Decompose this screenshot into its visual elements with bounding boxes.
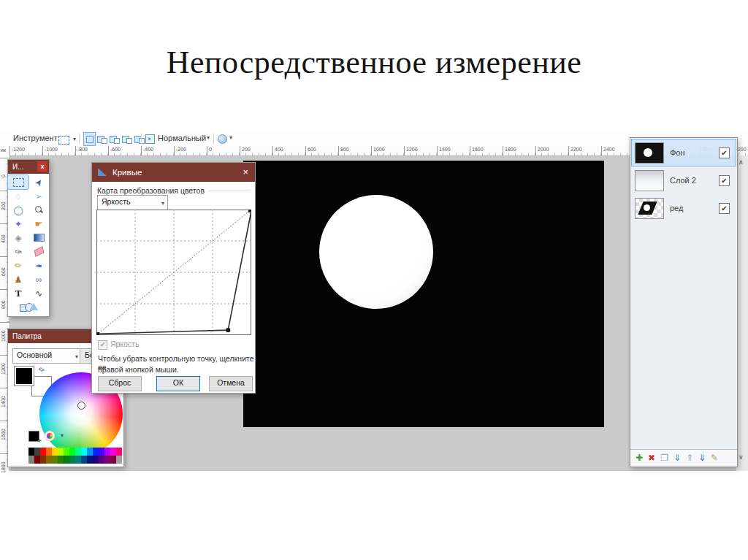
add-color-swatch[interactable]	[28, 431, 39, 442]
zoom-tool-icon	[34, 205, 44, 215]
tool-recolor[interactable]: ∞	[28, 272, 49, 286]
close-icon[interactable]: x	[37, 161, 47, 172]
selection-mode-replace[interactable]	[83, 132, 96, 146]
color-swatch[interactable]	[28, 448, 34, 456]
layer-row-Слой 2[interactable]: Слой 2✔	[632, 167, 736, 193]
color-swatch[interactable]	[87, 448, 93, 456]
layer-visible-checkbox[interactable]: ✔	[719, 175, 730, 186]
tool-magic-wand[interactable]: ✦	[8, 217, 28, 231]
primary-color-swatch[interactable]	[14, 366, 34, 386]
color-swatch[interactable]	[52, 448, 58, 456]
color-swatch[interactable]	[69, 448, 75, 456]
tool-ellipse-select[interactable]: ◯	[8, 203, 28, 217]
color-swatch[interactable]	[69, 456, 75, 464]
color-swatch[interactable]	[110, 448, 116, 456]
tool-clone-stamp[interactable]: ♟	[8, 272, 28, 286]
color-swatch[interactable]	[104, 456, 110, 464]
chevron-down-icon[interactable]: ▾	[61, 432, 64, 439]
blend-mode-dropdown[interactable]: Нормальный	[158, 134, 206, 142]
color-swatch[interactable]	[52, 456, 58, 464]
tool-text-tool[interactable]: T	[8, 286, 28, 300]
color-swatch[interactable]	[93, 448, 99, 456]
color-swatch[interactable]	[93, 456, 99, 464]
canvas[interactable]	[243, 161, 604, 427]
curve-control-point[interactable]	[96, 332, 99, 335]
swap-colors-icon[interactable]: ⇄	[37, 365, 46, 374]
curves-dialog-titlebar[interactable]: Кривые ×	[92, 163, 255, 182]
scroll-down-icon[interactable]: ∨	[739, 453, 744, 461]
h-ruler-tick: -600	[108, 146, 121, 156]
color-swatch[interactable]	[116, 456, 122, 464]
merge-down-button[interactable]: ⇓	[673, 450, 681, 467]
selection-mode-union[interactable]	[96, 132, 108, 146]
ok-button[interactable]: ОК	[156, 376, 200, 391]
color-swatch[interactable]	[40, 448, 46, 456]
tool-pan-hand[interactable]: ☛	[28, 217, 49, 231]
channel-select[interactable]: Яркость ▾	[97, 195, 168, 210]
add-layer-button[interactable]: ✚	[636, 450, 643, 467]
tool-rect-select[interactable]	[8, 175, 28, 189]
layer-row-ред[interactable]: ред✔	[632, 195, 736, 221]
tool-pencil[interactable]: ✏	[8, 258, 28, 272]
palette-mode-select[interactable]: Основной ▾	[12, 348, 82, 364]
close-icon[interactable]: ×	[243, 163, 248, 182]
color-swatch[interactable]	[34, 456, 40, 464]
color-swatch[interactable]	[28, 456, 34, 464]
wheel-cursor[interactable]	[77, 402, 85, 410]
tool-paint-bucket[interactable]: ◈	[8, 231, 28, 245]
color-swatch[interactable]	[99, 456, 104, 464]
tool-move-selection[interactable]: ➢	[28, 189, 49, 203]
move-down-button[interactable]: ⇓	[698, 450, 706, 467]
duplicate-layer-button[interactable]: ❐	[660, 450, 668, 467]
layer-row-Фон[interactable]: Фон✔	[632, 139, 736, 166]
tool-color-picker[interactable]: ✒	[28, 258, 49, 272]
reset-button[interactable]: Сброс	[98, 376, 142, 391]
panel-scrollbar[interactable]: ∧ ∨	[736, 156, 748, 471]
move-up-button[interactable]: ⇑	[686, 450, 693, 467]
color-swatch[interactable]	[46, 456, 52, 464]
color-swatch[interactable]	[64, 448, 69, 456]
color-swatch[interactable]	[40, 456, 46, 464]
curve-plot[interactable]	[96, 210, 251, 335]
color-swatch[interactable]	[104, 448, 110, 456]
color-swatch[interactable]	[58, 448, 64, 456]
color-swatch[interactable]	[87, 456, 93, 464]
h-ruler-tick: -200	[174, 146, 186, 156]
brightness-checkbox[interactable]: ✔	[98, 340, 107, 350]
tool-shapes[interactable]	[8, 300, 49, 314]
tool-eraser[interactable]	[28, 245, 49, 258]
color-swatch[interactable]	[75, 448, 81, 456]
color-swatch[interactable]	[64, 456, 69, 464]
tool-paintbrush[interactable]: ✑	[8, 245, 28, 258]
selection-mode-subtract[interactable]	[108, 132, 121, 146]
scroll-up-icon[interactable]: ∧	[739, 158, 744, 166]
sampling-icon[interactable]	[218, 134, 227, 144]
color-swatch[interactable]	[81, 448, 87, 456]
color-swatch[interactable]	[75, 456, 81, 464]
tool-line-curve[interactable]: ∿	[28, 286, 49, 300]
color-swatch[interactable]	[46, 448, 52, 456]
color-swatch[interactable]	[99, 448, 104, 456]
curve-control-point[interactable]	[226, 328, 230, 332]
tool-lasso-select[interactable]: ◌	[8, 189, 28, 203]
color-swatch[interactable]	[110, 456, 116, 464]
delete-layer-button[interactable]: ✖	[648, 450, 655, 467]
curve-control-point[interactable]	[248, 210, 251, 212]
tool-move-pixels[interactable]: ➤	[28, 175, 49, 189]
tool-zoom-tool[interactable]	[28, 203, 49, 217]
selection-mode-intersect[interactable]	[121, 132, 133, 146]
layer-visible-checkbox[interactable]: ✔	[719, 147, 730, 158]
color-swatch[interactable]	[81, 456, 87, 464]
tools-window-titlebar[interactable]: И... x	[8, 160, 49, 174]
layer-visible-checkbox[interactable]: ✔	[719, 203, 730, 214]
chevron-down-icon[interactable]: ▾	[229, 134, 232, 141]
color-swatch[interactable]	[116, 448, 122, 456]
color-swatch[interactable]	[58, 456, 64, 464]
tool-gradient[interactable]	[28, 231, 49, 245]
chevron-down-icon[interactable]: ▾	[207, 134, 210, 141]
cancel-button[interactable]: Отмена	[209, 376, 253, 391]
color-swatch[interactable]	[34, 448, 40, 456]
palette-disc-icon[interactable]	[45, 431, 55, 441]
layer-properties-button[interactable]: ✎	[711, 450, 718, 467]
selection-mode-xor[interactable]	[133, 132, 145, 146]
